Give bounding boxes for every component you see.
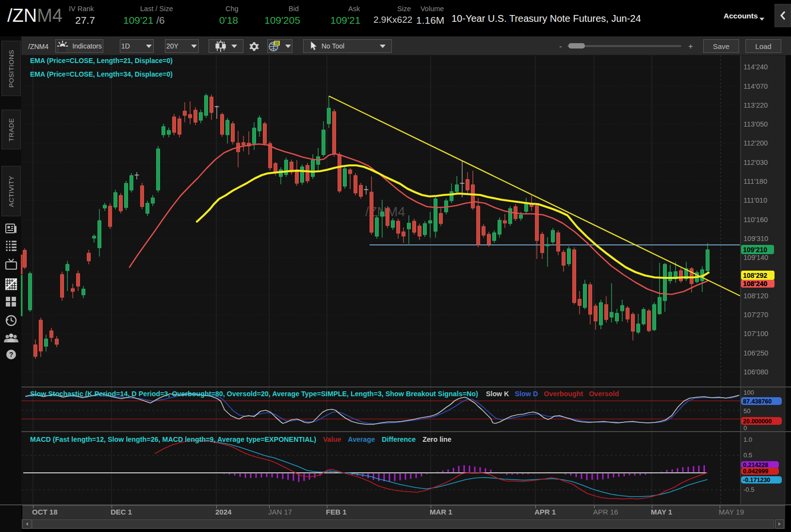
svg-text:109'310: 109'310 xyxy=(743,235,768,242)
svg-text:20.000000: 20.000000 xyxy=(743,418,772,425)
svg-text:114'240: 114'240 xyxy=(743,63,768,71)
svg-text:108'292: 108'292 xyxy=(743,272,767,279)
svg-text:0.214228: 0.214228 xyxy=(743,462,768,468)
svg-text:108'120: 108'120 xyxy=(743,292,768,300)
svg-text:106'080: 106'080 xyxy=(743,368,768,376)
svg-text:-0.5: -0.5 xyxy=(743,486,754,493)
svg-text:112'030: 112'030 xyxy=(743,159,768,166)
svg-text:106'250: 106'250 xyxy=(743,349,768,357)
svg-text:50: 50 xyxy=(743,407,750,415)
svg-text:0.042999: 0.042999 xyxy=(743,468,768,475)
svg-text:110'160: 110'160 xyxy=(743,216,768,224)
svg-text:109'140: 109'140 xyxy=(743,254,768,261)
svg-text:111'180: 111'180 xyxy=(743,177,767,185)
svg-text:0: 0 xyxy=(743,424,747,432)
svg-text:EMA (Price=CLOSE, Length=21, D: EMA (Price=CLOSE, Length=21, Displace=0) xyxy=(30,57,173,64)
svg-text:EMA (Price=CLOSE, Length=34, D: EMA (Price=CLOSE, Length=34, Displace=0) xyxy=(30,70,173,78)
svg-text:114'070: 114'070 xyxy=(743,82,768,90)
svg-text:87.438760: 87.438760 xyxy=(743,398,772,405)
svg-text:107'270: 107'270 xyxy=(743,311,768,319)
svg-text:113'050: 113'050 xyxy=(743,120,768,128)
svg-text:113'220: 113'220 xyxy=(743,101,768,109)
svg-text:111'010: 111'010 xyxy=(743,196,767,204)
svg-text:1.0: 1.0 xyxy=(743,436,752,443)
svg-text:107'100: 107'100 xyxy=(743,330,768,338)
svg-text:Slow Stochastic (K Period=14,: Slow Stochastic (K Period=14, D Period=3… xyxy=(30,390,619,398)
svg-text:108'240: 108'240 xyxy=(743,280,767,288)
svg-text:0.5: 0.5 xyxy=(743,451,752,459)
svg-text:100: 100 xyxy=(743,389,754,396)
svg-text:109'210: 109'210 xyxy=(743,246,767,254)
svg-text:MACD (Fast length=12, Slow len: MACD (Fast length=12, Slow length=26, MA… xyxy=(30,435,452,443)
svg-text:-0.171230: -0.171230 xyxy=(743,477,770,484)
svg-text:112'200: 112'200 xyxy=(743,139,768,147)
